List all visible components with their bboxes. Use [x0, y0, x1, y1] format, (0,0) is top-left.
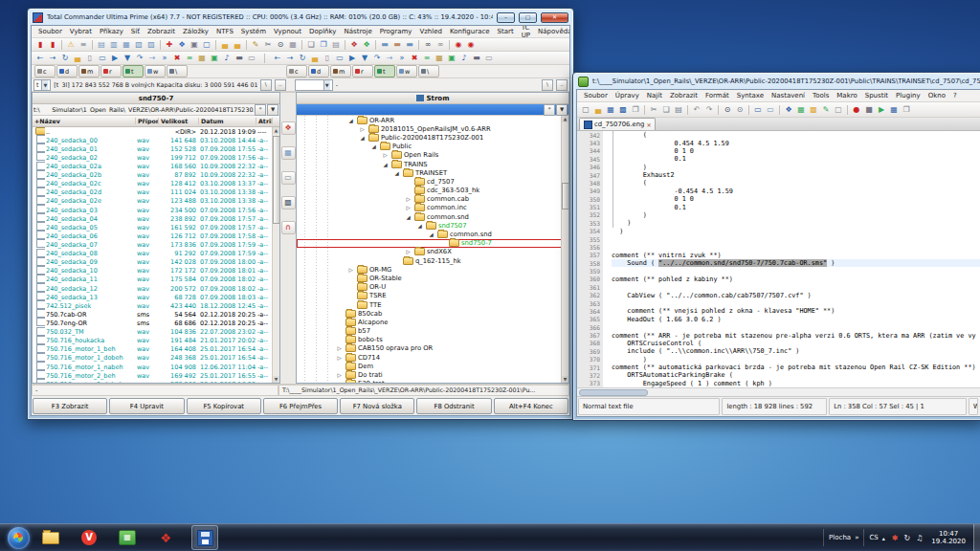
function-key-f3[interactable]: F3 Zobrazit	[33, 398, 107, 414]
drive-button-w[interactable]: w	[396, 65, 417, 77]
tree-item-cdc-363-503-hk[interactable]: cdc_363-503_hk	[297, 187, 568, 195]
tc-nav-icon[interactable]: ≡	[421, 53, 433, 63]
menu-item-zobrazit[interactable]: Zobrazit	[144, 28, 179, 35]
tc-nav-icon[interactable]: ↷	[371, 53, 383, 63]
npp-toolbar-icon[interactable]: ❐	[901, 104, 912, 115]
tc-left-hotlist-button[interactable]: ▼	[267, 104, 278, 116]
tree-expanded-icon[interactable]: ◢	[404, 214, 412, 220]
start-button[interactable]	[8, 527, 30, 549]
tc-nav-icon[interactable]: →	[47, 53, 58, 63]
tc-nav-icon[interactable]: ▬	[234, 53, 245, 63]
drive-button-c[interactable]: c	[286, 65, 307, 77]
drive-button-t[interactable]: t	[122, 65, 144, 77]
tc-right-parent-button[interactable]: ..	[556, 79, 568, 91]
column-header-velikost[interactable]: Velikost	[159, 118, 199, 124]
tc-nav-icon[interactable]: ▼	[359, 53, 370, 63]
tc-nav-icon[interactable]: ▭	[483, 53, 495, 63]
code-line-359[interactable]: 359	[577, 267, 980, 275]
file-row[interactable]: 240_sedacka_03wav234 50007.09.2008 17:56…	[33, 206, 279, 214]
tc-left-scrollbar[interactable]: ▲ ▼	[272, 127, 279, 383]
tab-close-icon[interactable]: ✕	[646, 121, 651, 128]
file-row[interactable]: 240_sedacka_05wav161 59207.09.2008 17:57…	[33, 223, 279, 231]
tree-collapsed-icon[interactable]: ▷	[335, 372, 344, 378]
npp-toolbar-icon[interactable]: ▭	[765, 104, 776, 115]
file-row[interactable]: 240_sedacka_07wav173 83607.09.2008 17:59…	[33, 240, 279, 249]
tree-expanded-icon[interactable]: ◢	[415, 223, 424, 229]
tree-collapsed-icon[interactable]: ▷	[404, 205, 412, 210]
tc-right-root-button[interactable]: \	[542, 79, 553, 91]
file-row[interactable]: 240_sedacka_02cwav128 41203.10.2008 13:3…	[33, 180, 279, 188]
menu-item-makro[interactable]: Makro	[833, 92, 860, 99]
desktop-toolbar-label[interactable]: Plocha	[829, 534, 851, 541]
code-line-373[interactable]: 373 EngageSpeed ( 1 ) comment ( kph )	[577, 380, 980, 387]
scroll-down-icon[interactable]: ▼	[273, 376, 279, 383]
tray-sync-icon[interactable]: ↻	[903, 534, 910, 542]
file-row[interactable]: 750.716_houkackawav191 48421.01.2017 20:…	[33, 337, 279, 345]
tc-toolbar-icon[interactable]: ⊙	[275, 39, 286, 50]
menu-item-ntfs[interactable]: NTFS	[212, 28, 237, 35]
code-line-362[interactable]: 362 CabView ( "../../common.cab/cab7507/…	[577, 292, 980, 299]
tc-close-button[interactable]: ✕	[541, 12, 568, 23]
tc-nav-icon[interactable]: ▯	[322, 53, 333, 63]
column-header-ppona[interactable]: Přípona	[136, 118, 159, 124]
tc-nav-icon[interactable]: ♪	[221, 53, 233, 63]
tree-expanded-icon[interactable]: ◢	[346, 118, 355, 123]
code-line-352[interactable]: 352 )	[577, 211, 980, 219]
menu-item-vzhled[interactable]: Vzhled	[415, 28, 446, 35]
code-line-347[interactable]: 347 Exhaust2	[577, 171, 980, 179]
tc-nav-icon[interactable]: ▼	[122, 53, 133, 63]
npp-horizontal-scrollbar[interactable]	[577, 387, 980, 396]
tc-toolbar-icon[interactable]: ▢	[201, 39, 212, 50]
tree-collapsed-icon[interactable]: ▷	[335, 345, 344, 351]
file-row[interactable]: 750.7cab-ORsms54 56402.12.2018 20:25-a--	[33, 310, 279, 319]
tc-toolbar-icon[interactable]: ▄	[232, 39, 243, 50]
tc-toolbar-icon[interactable]: ∞	[434, 39, 446, 50]
tc-left-history-button[interactable]: *	[255, 104, 266, 116]
tc-toolbar-icon[interactable]: ✂	[262, 39, 274, 50]
menu-item-[interactable]: ?	[949, 92, 961, 99]
tc-toolbar-icon[interactable]: ❖	[348, 39, 360, 50]
npp-toolbar-icon[interactable]: ▤	[673, 104, 684, 115]
tc-strip-icon[interactable]: ❖	[281, 121, 296, 135]
npp-titlebar[interactable]: t:\____Simulator\1_Open_Rails\_VERZE\OR-…	[578, 75, 980, 88]
npp-toolbar-icon[interactable]: ❐	[630, 104, 641, 115]
npp-tab-active[interactable]: cd_750706.eng ✕	[579, 118, 656, 130]
hidden-icons-button[interactable]: ▴	[882, 535, 885, 541]
tree-item-do-trati[interactable]: ▷Do trati	[297, 370, 568, 379]
menu-item-npovda[interactable]: Nápověda	[534, 28, 570, 35]
tree-item-cab150-oprava-pro-or[interactable]: ▷CAB150 oprava pro OR	[297, 344, 568, 353]
tree-item-common-cab[interactable]: ▷common.cab	[297, 195, 568, 204]
file-row[interactable]: 750.716_motor_1_behwav164 40825.01.2017 …	[33, 345, 279, 354]
code-line-358[interactable]: 358 Sound ( "../../common.snd/snd750-7/7…	[577, 259, 980, 267]
drive-button-m[interactable]: m	[78, 65, 100, 77]
tc-nav-icon[interactable]: ▭	[246, 53, 257, 63]
tree-item-20181015-openrailsjm-v0-6-arr[interactable]: ▷20181015_OpenRailsJM_v0.6-ARR	[297, 124, 568, 133]
npp-toolbar-icon[interactable]: ↷	[703, 104, 715, 115]
scroll-up-icon[interactable]: ▲	[273, 127, 279, 134]
menu-item-vybrat[interactable]: Vybrat	[66, 28, 96, 35]
tree-item-public[interactable]: ◢Public	[297, 143, 568, 151]
function-key-f8[interactable]: F8 Odstranit	[416, 398, 491, 414]
drive-button-r[interactable]: r	[352, 65, 373, 77]
menu-item-soubor[interactable]: Soubor	[34, 28, 66, 35]
tree-item-e30-trat[interactable]: E30-trat	[297, 380, 568, 383]
tc-left-drive-combo[interactable]: t ▼	[33, 79, 51, 91]
tc-toolbar-icon[interactable]: ▄	[219, 39, 231, 50]
tc-left-parent-button[interactable]: ..	[275, 79, 286, 91]
tc-nav-icon[interactable]: →	[146, 53, 158, 63]
file-row[interactable]: 750.716_motor_1_dobehwav248 36825.01.201…	[33, 354, 279, 363]
code-line-357[interactable]: 357comment (** vnitrni zvuk **)	[577, 252, 980, 259]
tc-strip-icon[interactable]: ∩	[281, 221, 296, 234]
tc-toolbar-icon[interactable]: ❖	[176, 39, 188, 50]
menu-item-start[interactable]: Start	[494, 28, 518, 35]
drive-button-m[interactable]: m	[330, 65, 351, 77]
tree-expanded-icon[interactable]: ◢	[392, 170, 401, 176]
drive-button-d[interactable]: d	[56, 65, 78, 77]
tc-toolbar-icon[interactable]: ▦	[121, 39, 132, 50]
menu-item-soubor[interactable]: Soubor	[580, 92, 612, 99]
code-line-372[interactable]: 372 ORTSAutomaticParkingBrake (	[577, 371, 980, 379]
menu-item-okno[interactable]: Okno	[924, 92, 949, 99]
file-row[interactable]: 750.716_motor_1_nabehwav104 90812.06.201…	[33, 363, 279, 371]
code-line-345[interactable]: 345 0.1	[577, 155, 980, 163]
tc-tree-scrollbar[interactable]: ▲ ▼	[561, 116, 568, 383]
